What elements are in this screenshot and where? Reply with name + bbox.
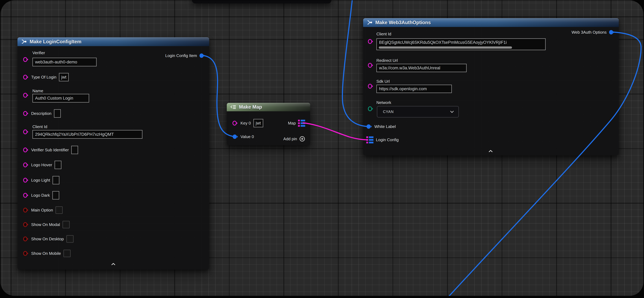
white-label-row: White Label <box>366 124 396 129</box>
map-output-label: Map <box>288 121 296 126</box>
logo-hover-pin[interactable] <box>23 162 29 168</box>
logo-hover-label: Logo Hover <box>31 162 52 168</box>
login-config-row: Login Config <box>366 136 399 144</box>
name-pin[interactable] <box>23 93 29 98</box>
main-option-row: Main Option <box>23 206 63 214</box>
sdk-url-value: https://sdk.openlogin.com <box>379 86 427 91</box>
main-option-label: Main Option <box>31 208 53 212</box>
type-of-login-value: jwt <box>61 75 66 80</box>
show-on-modal-label: Show On Modal <box>31 222 60 227</box>
output-row: Login Config Item <box>165 53 205 58</box>
client-id-field-scrollbar[interactable] <box>379 46 512 49</box>
key0-row: Key 0 jwt <box>232 119 263 127</box>
verifier-value: web3auth-auth0-demo <box>35 60 77 64</box>
chevron-down-icon <box>450 110 454 113</box>
type-of-login-label: Type Of Login <box>31 75 56 80</box>
redirect-url-field[interactable]: w3a://com.w3a.Web3AuthUnreal <box>376 64 467 72</box>
add-pin-row[interactable]: Add pin <box>283 136 305 142</box>
node-title: Make LoginConfigItem <box>30 39 81 44</box>
sdk-url-field[interactable]: https://sdk.openlogin.com <box>376 85 452 93</box>
network-pin[interactable] <box>368 106 374 111</box>
show-on-mobile-label: Show On Mobile <box>31 251 61 256</box>
show-on-desktop-row: Show On Desktop <box>23 235 74 243</box>
name-field[interactable]: Auth0 Custom Login <box>32 94 89 102</box>
client-id-field[interactable]: 294QRkchfq2YaXUbPri7D6PH7xzHgQMT <box>32 130 142 139</box>
verifier-sub-identifier-field[interactable] <box>71 146 78 154</box>
type-of-login-row: Type Of Login jwt <box>23 73 69 81</box>
node-make-web3authoptions[interactable]: Make Web3AuthOptions Web 3Auth Options C… <box>363 18 619 156</box>
network-dropdown[interactable]: CYAN <box>377 106 459 118</box>
description-pin[interactable] <box>23 111 29 116</box>
name-label: Name <box>32 88 43 93</box>
offscreen-node-partial[interactable] <box>192 0 331 4</box>
node-title: Make Web3AuthOptions <box>375 20 431 26</box>
show-on-mobile-checkbox[interactable] <box>64 250 70 257</box>
node-header[interactable]: Make LoginConfigItem <box>18 38 209 46</box>
blueprint-editor: Make LoginConfigItem Login Config Item V… <box>0 0 644 298</box>
redirect-url-label: Redirect Url <box>376 58 398 63</box>
node-make-loginconfigitem[interactable]: Make LoginConfigItem Login Config Item V… <box>18 38 209 270</box>
node-make-map[interactable]: Make Map Key 0 jwt Map <box>227 103 310 145</box>
type-of-login-pin[interactable] <box>23 75 29 80</box>
logo-dark-field[interactable] <box>52 191 59 200</box>
sdk-url-pin[interactable] <box>368 84 374 89</box>
main-option-pin[interactable] <box>23 208 29 212</box>
verifier-pin[interactable] <box>23 57 29 62</box>
login-config-label: Login Config <box>376 138 399 142</box>
logo-light-row: Logo Light <box>23 176 60 184</box>
logo-dark-label: Logo Dark <box>31 193 50 198</box>
client-id-value: 294QRkchfq2YaXUbPri7D6PH7xzHgQMT <box>35 132 114 137</box>
logo-hover-field[interactable] <box>54 161 62 169</box>
redirect-url-value: w3a://com.w3a.Web3AuthUnreal <box>379 66 440 70</box>
network-value: CYAN <box>383 110 394 114</box>
show-on-modal-row: Show On Modal <box>23 221 70 228</box>
output-row: Web 3Auth Options <box>572 30 614 35</box>
output-label: Login Config Item <box>165 53 197 58</box>
key0-label: Key 0 <box>240 121 251 126</box>
web3auth-options-output-label: Web 3Auth Options <box>572 30 606 35</box>
logo-dark-pin[interactable] <box>23 193 29 198</box>
logo-light-pin[interactable] <box>23 178 29 183</box>
key0-field[interactable]: jwt <box>254 119 263 127</box>
description-row: Description <box>23 109 61 118</box>
verifier-field[interactable]: web3auth-auth0-demo <box>32 58 97 66</box>
description-field[interactable] <box>54 109 61 118</box>
key0-value: jwt <box>256 121 261 126</box>
logo-light-field[interactable] <box>52 176 60 184</box>
type-of-login-field[interactable]: jwt <box>59 73 69 81</box>
client-id-label: Client Id <box>376 32 391 36</box>
show-on-modal-checkbox[interactable] <box>62 221 70 228</box>
show-on-mobile-pin[interactable] <box>23 251 29 256</box>
client-id-field[interactable]: BEglQSgt4cUWcj6SKRdu5QkOXTsePmMcusG5EAoy… <box>376 38 546 50</box>
show-on-desktop-label: Show On Desktop <box>31 236 64 242</box>
value0-label: Value 0 <box>240 134 254 139</box>
verifier-label: Verifier <box>32 50 45 55</box>
redirect-url-pin[interactable] <box>368 63 374 68</box>
client-id-pin[interactable] <box>368 39 374 44</box>
make-struct-icon <box>21 39 27 45</box>
show-on-desktop-pin[interactable] <box>23 236 29 242</box>
node-header[interactable]: Make Map <box>227 103 310 111</box>
verifier-sub-identifier-row: Verifier Sub Identifier <box>23 146 78 154</box>
client-id-value: BEglQSgt4cUWcj6SKRdu5QkOXTsePmMcusG5EAoy… <box>379 40 507 45</box>
make-struct-icon <box>366 20 373 26</box>
verifier-sub-identifier-pin[interactable] <box>23 148 29 152</box>
key0-pin[interactable] <box>232 121 238 126</box>
wire-map-to-loginconfig[interactable] <box>303 123 366 140</box>
node-header[interactable]: Make Web3AuthOptions <box>363 18 619 27</box>
make-map-icon <box>230 104 236 110</box>
map-output-row: Map <box>288 120 305 127</box>
login-config-pin[interactable] <box>366 136 374 144</box>
show-on-desktop-checkbox[interactable] <box>66 235 74 243</box>
logo-hover-row: Logo Hover <box>23 161 62 169</box>
description-label: Description <box>31 111 52 116</box>
main-option-checkbox[interactable] <box>56 206 63 214</box>
collapse-chevron-icon[interactable] <box>111 263 116 266</box>
client-id-pin[interactable] <box>23 129 29 134</box>
sdk-url-label: Sdk Url <box>376 79 390 84</box>
collapse-chevron-icon[interactable] <box>488 150 493 152</box>
show-on-modal-pin[interactable] <box>23 222 29 227</box>
add-pin-icon[interactable] <box>299 136 305 142</box>
show-on-mobile-row: Show On Mobile <box>23 250 70 257</box>
graph-canvas[interactable]: Make LoginConfigItem Login Config Item V… <box>0 0 644 296</box>
